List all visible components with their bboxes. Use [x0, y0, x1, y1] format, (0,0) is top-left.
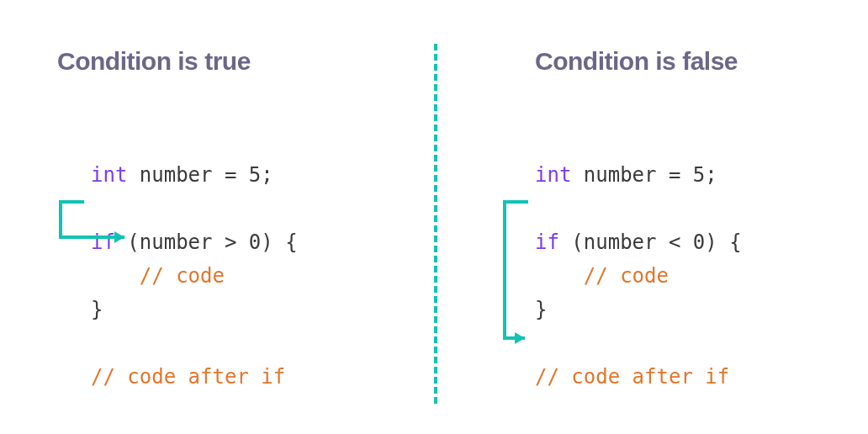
svg-marker-1 — [515, 332, 525, 344]
arrow-right — [0, 0, 868, 434]
